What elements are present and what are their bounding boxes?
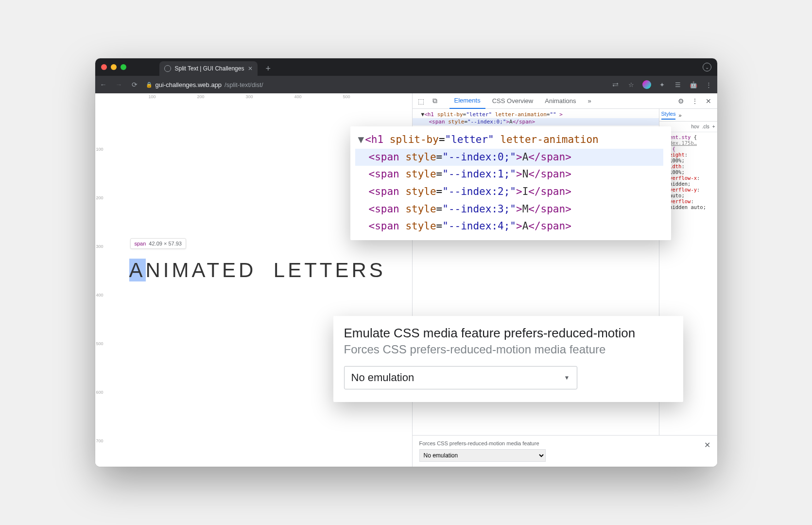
browser-menu-icon[interactable]: ⋮ [705,80,713,89]
favicon-icon [164,65,171,72]
url-field[interactable]: 🔒 gui-challenges.web.app/split-text/dist… [146,81,263,88]
mag-dom-node: <span style="--index:3;">M</span> [355,201,663,218]
profile-avatar-icon[interactable]: 🤖 [689,80,698,89]
inspect-element-icon[interactable]: ⬚ [415,95,427,107]
new-tab-button[interactable]: + [265,64,271,74]
heading-letter [256,259,273,281]
window-zoom-icon[interactable] [121,64,126,70]
styles-overflow-icon[interactable]: » [678,112,681,118]
heading-letter: S [369,259,386,281]
window-minimize-icon[interactable] [111,64,117,70]
heading-letter: I [163,259,172,281]
mag-dom-node: ▼<h1 split-by="letter" letter-animation [355,131,663,149]
titlebar: Split Text | GUI Challenges ✕ + ⌄ [95,58,717,76]
rendering-drawer: ✕ Forces CSS prefers-reduced-motion medi… [413,435,717,467]
ruler-tick: 200 [96,195,104,200]
tab-overflow-icon[interactable]: » [583,93,596,109]
mag-dom-node: <span style="--index:0;">A</span> [355,149,663,166]
chevron-down-icon: ▼ [564,374,570,381]
reading-list-icon[interactable]: ☰ [674,80,682,89]
tooltip-dims: 42.09 × 57.93 [149,241,182,246]
heading-letter: L [274,259,288,281]
heading-letter: E [335,259,351,281]
extension-visbug-icon[interactable] [642,80,651,89]
tab-css-overview[interactable]: CSS Overview [487,93,538,109]
heading-letter: E [288,259,304,281]
ruler-tick: 100 [96,147,104,152]
cls-toggle[interactable]: .cls [702,124,709,129]
ruler-tick: 400 [294,94,302,99]
tab-styles[interactable]: Styles [661,111,676,120]
magnified-dom-overlay: ▼<h1 split-by="letter" letter-animation<… [350,126,671,240]
back-button[interactable]: ← [99,81,108,88]
ruler-tick: 300 [96,244,104,249]
render-select[interactable]: No emulation ▼ [344,366,577,389]
inspect-tooltip: span42.09 × 57.93 [130,238,186,249]
dom-node[interactable]: <span style="--index:0;">A</span> [413,118,659,125]
page-heading: ANIMATED LETTERS [129,259,386,282]
render-select-value: No emulation [351,371,415,384]
heading-letter: E [222,259,239,281]
mag-dom-node: <span style="--index:2;">I</span> [355,183,663,201]
forward-button[interactable]: → [115,81,123,88]
url-host: gui-challenges.web.app [155,81,222,88]
browser-window: Split Text | GUI Challenges ✕ + ⌄ ← → ⟳ … [95,58,717,467]
bookmark-icon[interactable]: ☆ [627,80,636,89]
address-bar: ← → ⟳ 🔒 gui-challenges.web.app/split-tex… [95,76,717,93]
heading-letter: M [172,259,192,281]
device-toolbar-icon[interactable]: ⧉ [429,95,441,107]
magnified-rendering-overlay: Emulate CSS media feature prefers-reduce… [333,316,683,402]
heading-letter: A [129,259,146,281]
mag-dom-node: <span style="--index:4;">A</span> [355,218,663,235]
drawer-label: Forces CSS prefers-reduced-motion media … [419,440,710,446]
heading-letter: T [304,259,320,281]
devtools-tabbar: ⬚ ⧉ Elements CSS Overview Animations » ⚙… [413,93,717,109]
heading-letter: T [207,259,222,281]
new-rule-button[interactable]: + [712,124,715,129]
devtools-settings-icon[interactable]: ⚙ [675,95,687,107]
heading-letter: R [352,259,369,281]
drawer-close-icon[interactable]: ✕ [704,440,710,450]
dom-node[interactable]: ▼<h1 split-by="letter" letter-animation=… [413,111,659,118]
ruler-horizontal: 100200300400500 [105,93,412,101]
translate-icon[interactable]: ⮂ [611,80,620,89]
heading-letter: D [239,259,256,281]
mag-dom-node: <span style="--index:1;">N</span> [355,166,663,183]
browser-tab[interactable]: Split Text | GUI Challenges ✕ [159,61,258,76]
ruler-tick: 400 [96,293,104,298]
ruler-tick: 500 [96,341,104,346]
tab-elements[interactable]: Elements [449,93,485,109]
styles-tabbar: Styles » [659,109,717,122]
lock-icon: 🔒 [146,82,153,88]
drawer-select[interactable]: No emulation [419,449,546,462]
ruler-tick: 200 [197,94,205,99]
url-path: /split-text/dist/ [225,81,263,88]
ruler-tick: 500 [343,94,350,99]
window-close-icon[interactable] [101,64,107,70]
devtools-close-icon[interactable]: ✕ [703,95,714,107]
ruler-tick: 600 [96,390,104,395]
render-subtitle: Forces CSS prefers-reduced-motion media … [344,343,673,356]
tab-overflow-icon[interactable]: ⌄ [703,63,711,71]
devtools-menu-icon[interactable]: ⋮ [689,95,701,107]
heading-letter: A [192,259,207,281]
heading-letter: T [320,259,335,281]
reload-button[interactable]: ⟳ [130,81,139,88]
tab-animations[interactable]: Animations [540,93,581,109]
ruler-tick: 100 [149,94,156,99]
tab-title: Split Text | GUI Challenges [175,65,244,72]
extensions-icon[interactable]: ✦ [658,80,667,89]
heading-letter: N [146,259,163,281]
render-title: Emulate CSS media feature prefers-reduce… [344,326,673,341]
tab-close-icon[interactable]: ✕ [248,65,253,72]
ruler-tick: 300 [246,94,253,99]
tooltip-tag: span [135,241,146,246]
ruler-tick: 700 [96,438,104,443]
hov-toggle[interactable]: hov [691,124,699,129]
ruler-vertical: 100200300400500600700800 [95,101,105,467]
